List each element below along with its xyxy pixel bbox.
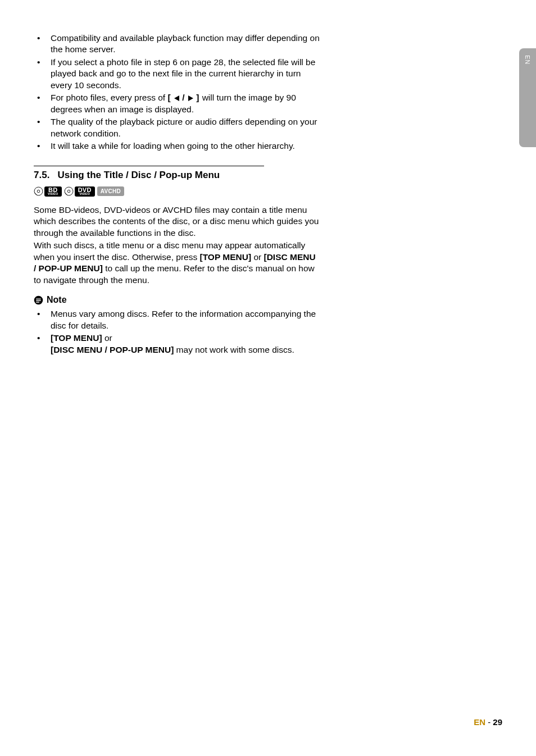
list-text: If you select a photo file in step 6 on … <box>51 57 315 90</box>
svg-rect-5 <box>36 298 41 299</box>
list-item: •It will take a while for loading when g… <box>34 140 320 152</box>
top-menu-key: [TOP MENU] <box>51 333 102 343</box>
text-run: For photo files, every press of <box>51 93 167 102</box>
text-run: or <box>251 252 264 262</box>
triangle-left-icon <box>174 95 179 101</box>
note-bullet-list: •Menus vary among discs. Refer to the in… <box>34 308 320 356</box>
svg-rect-6 <box>36 300 41 300</box>
dvd-video-badge: DVD VIDEO <box>75 186 95 197</box>
list-text: It will take a while for loading when go… <box>51 141 295 151</box>
bd-video-badge: BD VIDEO <box>44 186 62 197</box>
section-heading: 7.5. Using the Title / Disc / Pop-up Men… <box>34 170 320 181</box>
top-menu-key: [TOP MENU] <box>200 252 252 262</box>
list-item: •Compatibility and available playback fu… <box>34 33 320 56</box>
footer-sep: - <box>485 717 493 727</box>
dvd-badge-group: DVD VIDEO <box>64 186 95 197</box>
bullet-dot-icon: • <box>37 140 40 152</box>
footer-lang: EN <box>474 717 485 727</box>
bullet-dot-icon: • <box>37 92 40 103</box>
bullet-dot-icon: • <box>37 33 40 44</box>
left-right-keys: [ / ] <box>167 93 199 102</box>
section-number: 7.5. <box>34 170 49 180</box>
side-language-tab: EN <box>519 48 536 147</box>
content-column: •Compatibility and available playback fu… <box>34 33 320 356</box>
intro-bullet-list: •Compatibility and available playback fu… <box>34 33 320 152</box>
paragraph: With such discs, a title menu or a disc … <box>34 240 320 286</box>
badge-subtext: VIDEO <box>48 193 58 196</box>
note-icon <box>34 295 43 305</box>
disc-icon <box>64 186 74 196</box>
badge-subtext: VIDEO <box>79 193 90 196</box>
bullet-dot-icon: • <box>37 116 40 127</box>
bullet-dot-icon: • <box>37 333 40 344</box>
page-footer: EN - 29 <box>474 717 502 727</box>
format-badges-row: BD VIDEO DVD VIDEO AVCHD <box>34 186 320 197</box>
list-item: • For photo files, every press of [ / ] … <box>34 92 320 115</box>
list-text: Menus vary among discs. Refer to the inf… <box>51 309 316 330</box>
bd-badge-group: BD VIDEO <box>34 186 62 197</box>
avchd-badge: AVCHD <box>97 186 124 196</box>
list-item: •The quality of the playback picture or … <box>34 116 320 139</box>
svg-rect-7 <box>36 302 39 302</box>
text-run: may not work with some discs. <box>174 345 294 354</box>
list-text: [TOP MENU] or [DISC MENU / POP-UP MENU] … <box>51 333 294 354</box>
section-divider <box>34 166 264 166</box>
disc-menu-key: [DISC MENU / POP-UP MENU] <box>51 345 174 354</box>
page: EN •Compatibility and available playback… <box>0 0 536 756</box>
list-item: •If you select a photo file in step 6 on… <box>34 57 320 91</box>
footer-page-number: 29 <box>493 717 502 727</box>
bullet-dot-icon: • <box>37 308 40 320</box>
list-text: For photo files, every press of [ / ] wi… <box>51 93 296 113</box>
list-item: •Menus vary among discs. Refer to the in… <box>34 308 320 331</box>
triangle-right-icon <box>188 95 193 101</box>
list-text: Compatibility and available playback fun… <box>51 33 320 54</box>
list-text: The quality of the playback picture or a… <box>51 117 317 138</box>
svg-point-3 <box>67 190 70 193</box>
section-title-text: Using the Title / Disc / Pop-up Menu <box>58 170 220 180</box>
side-tab-label: EN <box>524 55 531 65</box>
note-label: Note <box>47 295 67 305</box>
note-heading: Note <box>34 295 320 305</box>
svg-point-1 <box>37 190 40 193</box>
disc-icon <box>34 186 43 196</box>
list-item: • [TOP MENU] or [DISC MENU / POP-UP MENU… <box>34 333 320 356</box>
paragraph: Some BD-videos, DVD-videos or AVCHD file… <box>34 204 320 239</box>
text-run: or <box>102 333 112 343</box>
bullet-dot-icon: • <box>37 57 40 68</box>
